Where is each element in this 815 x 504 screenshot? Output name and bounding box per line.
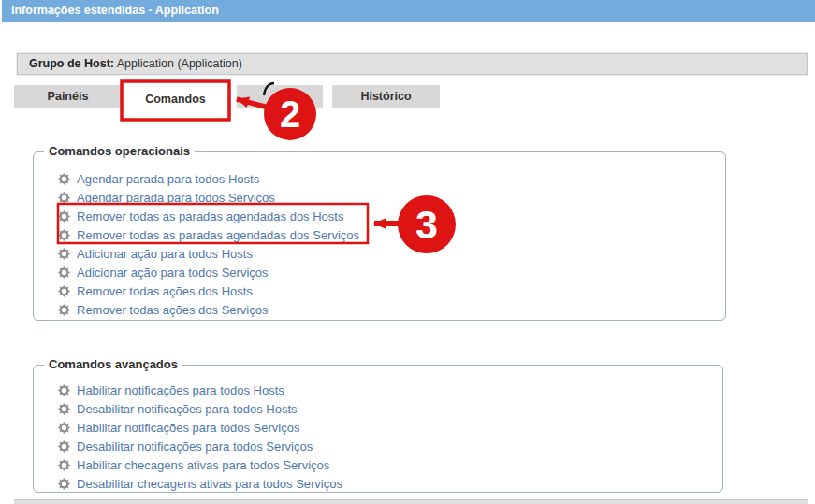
command-row: Agendar parada para todos Serviços <box>58 188 718 207</box>
tab-paineis[interactable]: Painéis <box>14 85 122 108</box>
command-link[interactable]: Agendar parada para todos Serviços <box>77 191 275 205</box>
gear-icon <box>58 403 70 415</box>
command-row: Adicionar ação para todos Hosts <box>58 244 718 263</box>
command-link[interactable]: Desabilitar notificações para todos Serv… <box>77 439 313 454</box>
gear-icon <box>58 210 70 223</box>
fieldset-legend: Comandos avançados <box>44 357 182 371</box>
command-row: Desabilitar notificações para todos Host… <box>58 399 715 418</box>
command-link[interactable]: Remover todas as paradas agendadas dos S… <box>77 228 359 242</box>
gear-icon <box>58 384 70 396</box>
command-link[interactable]: Desabilitar notificações para todos Host… <box>77 402 298 416</box>
command-link[interactable]: Habilitar notificações para todos Serviç… <box>77 421 299 435</box>
tab-hidden[interactable] <box>237 85 323 108</box>
gear-icon <box>58 304 70 316</box>
command-row: Remover todas as paradas agendadas dos H… <box>58 207 718 225</box>
command-row: Remover todas ações dos Hosts <box>58 281 718 300</box>
fieldset-comandos-operacionais: Comandos operacionais Agendar parada par… <box>33 151 726 321</box>
host-group-value: Application (Application) <box>117 57 242 70</box>
fieldset-legend: Comandos operacionais <box>44 144 195 158</box>
gear-icon <box>58 422 70 434</box>
command-link[interactable]: Habilitar notificações para todos Hosts <box>77 383 284 397</box>
command-row: Desabilitar checagens ativas para todos … <box>58 474 715 493</box>
gear-icon <box>58 192 70 204</box>
gear-icon <box>58 440 70 453</box>
tab-comandos[interactable]: Comandos <box>123 85 228 108</box>
command-row: Remover todas ações dos Serviços <box>58 300 718 319</box>
gear-icon <box>58 459 70 471</box>
host-group-label: Grupo de Host: <box>29 57 114 70</box>
command-link[interactable]: Adicionar ação para todos Serviços <box>77 266 269 280</box>
command-link[interactable]: Agendar parada para todos Hosts <box>77 172 259 186</box>
gear-icon <box>58 173 70 185</box>
gear-icon <box>58 285 70 297</box>
gear-icon <box>58 248 70 260</box>
command-link[interactable]: Habilitar checagens ativas para todos Se… <box>77 458 329 472</box>
fieldset-comandos-avancados: Comandos avançados Habilitar notificaçõe… <box>33 365 723 493</box>
command-row: Habilitar checagens ativas para todos Se… <box>58 455 715 474</box>
gear-icon <box>58 478 70 490</box>
gear-icon <box>58 229 70 241</box>
command-link[interactable]: Desabilitar checagens ativas para todos … <box>77 477 342 491</box>
command-row: Desabilitar notificações para todos Serv… <box>58 437 715 455</box>
gear-icon <box>58 266 70 279</box>
command-link[interactable]: Remover todas as paradas agendadas dos H… <box>77 209 343 223</box>
command-row: Agendar parada para todos Hosts <box>58 169 718 188</box>
tab-historico[interactable]: Histórico <box>332 85 440 108</box>
host-group-bar: Grupo de Host: Application (Application) <box>17 53 808 75</box>
command-row: Habilitar notificações para todos Serviç… <box>58 418 715 437</box>
extended-info-page: Informações estendidas - Application Gru… <box>0 0 815 504</box>
command-row: Adicionar ação para todos Serviços <box>58 263 718 281</box>
command-link[interactable]: Remover todas ações dos Serviços <box>77 303 268 317</box>
page-title: Informações estendidas - Application <box>2 0 815 22</box>
command-link[interactable]: Adicionar ação para todos Hosts <box>77 247 253 261</box>
command-row: Remover todas as paradas agendadas dos S… <box>58 225 718 244</box>
command-link[interactable]: Remover todas ações dos Hosts <box>77 284 253 298</box>
clipped-next-section <box>14 499 808 504</box>
command-row: Habilitar notificações para todos Hosts <box>58 381 715 399</box>
